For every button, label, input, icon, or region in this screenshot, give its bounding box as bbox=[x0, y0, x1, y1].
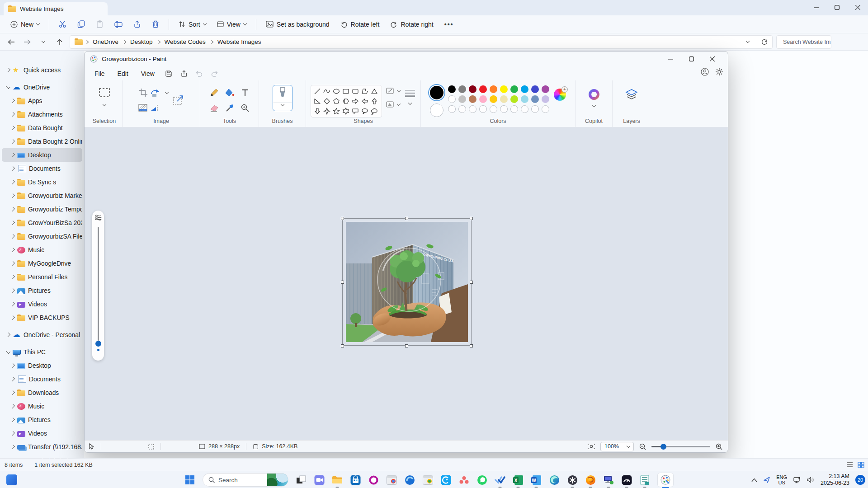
sidebar-item-desktop-onedrive[interactable]: Desktop bbox=[2, 148, 82, 162]
color-swatch[interactable] bbox=[510, 85, 518, 93]
shape-outline-button[interactable] bbox=[386, 87, 400, 95]
color-swatch[interactable] bbox=[469, 95, 476, 103]
notification-badge[interactable]: 20 bbox=[855, 475, 865, 485]
share-button[interactable] bbox=[176, 68, 192, 80]
sort-button[interactable]: Sort bbox=[175, 18, 210, 31]
sidebar-item-growyourbizsa-files[interactable]: GrowyourbizSA Files bbox=[2, 230, 82, 243]
task-view-button[interactable] bbox=[296, 474, 307, 485]
color2-swatch[interactable] bbox=[430, 103, 443, 117]
clockify-icon[interactable] bbox=[440, 474, 451, 485]
shape-arrow-down[interactable] bbox=[312, 106, 322, 116]
rotate-left-button[interactable]: Rotate left bbox=[336, 18, 384, 31]
zoom-slider-knob[interactable] bbox=[660, 444, 666, 450]
tree-chevron-icon[interactable] bbox=[10, 363, 15, 368]
shape-pentagon[interactable] bbox=[331, 96, 341, 106]
empty-color-slot[interactable] bbox=[510, 105, 518, 113]
color-swatch[interactable] bbox=[479, 95, 487, 103]
sidebar-item-apps[interactable]: Apps bbox=[2, 94, 82, 108]
stroke-size-button[interactable] bbox=[404, 85, 416, 104]
see-more-button[interactable]: ••• bbox=[440, 18, 458, 31]
sidebar-item-growyourbizsa-2025[interactable]: GrowYourBizSa 2025 Launc bbox=[2, 216, 82, 230]
excel-icon[interactable]: X bbox=[513, 474, 524, 485]
forward-button[interactable] bbox=[21, 36, 33, 48]
shape-arrow-right[interactable] bbox=[350, 96, 360, 106]
zoom-in-icon[interactable] bbox=[716, 443, 722, 450]
resize-icon[interactable] bbox=[173, 94, 184, 106]
sidebar-item-growyourbiz-marketing[interactable]: Growyourbiz Marketing No bbox=[2, 189, 82, 202]
color-swatch[interactable] bbox=[448, 95, 456, 103]
shape-rounded-rectangle[interactable] bbox=[350, 86, 360, 96]
tree-chevron-icon[interactable] bbox=[10, 390, 15, 395]
empty-color-slot[interactable] bbox=[521, 105, 528, 113]
empty-color-slot[interactable] bbox=[490, 105, 497, 113]
file-explorer-icon[interactable] bbox=[332, 474, 343, 485]
paste-button[interactable] bbox=[92, 18, 108, 31]
location-arrow-icon[interactable] bbox=[763, 476, 770, 483]
taskbar-search[interactable]: Search bbox=[203, 473, 288, 487]
sidebar-item-documents-onedrive[interactable]: Documents bbox=[2, 162, 82, 175]
tree-chevron-icon[interactable] bbox=[6, 84, 10, 89]
tree-chevron-icon[interactable] bbox=[10, 112, 15, 117]
layers-icon[interactable] bbox=[625, 89, 638, 102]
sidebar-item-quick-access[interactable]: Quick access bbox=[2, 63, 82, 77]
brushes-dropdown-chevron[interactable] bbox=[280, 103, 284, 106]
breadcrumb-desktop[interactable]: Desktop bbox=[128, 38, 155, 46]
sidebar-item-data-bought-2[interactable]: Data Bought 2 Online only bbox=[2, 135, 82, 148]
selection-handle-nw[interactable] bbox=[341, 217, 344, 220]
sidebar-item-transfer[interactable]: Transfer (\\192.168.0.50) (A bbox=[2, 440, 82, 454]
tree-chevron-icon[interactable] bbox=[10, 404, 15, 408]
selection-handle-sw[interactable] bbox=[341, 344, 344, 347]
color-swatch[interactable] bbox=[448, 85, 456, 93]
shape-speech-rectangle[interactable] bbox=[350, 106, 360, 116]
network-icon[interactable] bbox=[793, 477, 801, 483]
color-swatch[interactable] bbox=[490, 95, 497, 103]
shape-rectangle[interactable] bbox=[341, 86, 350, 96]
text-tool-icon[interactable] bbox=[241, 88, 249, 97]
zoom-out-icon[interactable] bbox=[639, 443, 646, 450]
tree-chevron-icon[interactable] bbox=[6, 349, 10, 354]
tree-chevron-icon[interactable] bbox=[10, 445, 15, 449]
chat-app-icon[interactable] bbox=[314, 474, 325, 485]
shape-thought-cloud[interactable] bbox=[369, 106, 379, 116]
canvas-image[interactable]: GROWYOURBIZ.CO.ZA bbox=[346, 222, 468, 342]
magnifier-icon[interactable] bbox=[241, 103, 250, 113]
refresh-icon[interactable] bbox=[761, 38, 768, 45]
paint-title-bar[interactable]: Growyourbizicon - Paint bbox=[85, 52, 728, 66]
blue-swirl-app-icon[interactable] bbox=[404, 474, 415, 485]
color-swatch[interactable] bbox=[542, 95, 549, 103]
tree-chevron-icon[interactable] bbox=[10, 288, 15, 293]
size-slider-knob[interactable] bbox=[95, 341, 101, 347]
notepad-icon[interactable] bbox=[639, 474, 650, 485]
tree-chevron-icon[interactable] bbox=[10, 234, 15, 239]
brush-button[interactable] bbox=[273, 85, 292, 111]
shape-line[interactable] bbox=[312, 86, 322, 96]
tree-chevron-icon[interactable] bbox=[10, 248, 15, 252]
sidebar-item-onedrive[interactable]: OneDrive bbox=[2, 80, 82, 94]
shape-fill-button[interactable] bbox=[386, 100, 400, 108]
view-menu[interactable]: View bbox=[135, 68, 161, 80]
chrome-app-2-icon[interactable] bbox=[422, 474, 433, 485]
shape-heart[interactable] bbox=[312, 116, 322, 117]
rotate-icon[interactable] bbox=[150, 88, 164, 97]
shape-diamond[interactable] bbox=[322, 96, 331, 106]
sidebar-item-desktop-pc[interactable]: Desktop bbox=[2, 359, 82, 372]
up-button[interactable] bbox=[53, 36, 66, 48]
edge-icon[interactable] bbox=[549, 474, 560, 485]
sidebar-item-videos-pc[interactable]: Videos bbox=[2, 427, 82, 440]
rotate-dropdown-chevron[interactable] bbox=[165, 90, 168, 94]
selection-handle-e[interactable] bbox=[470, 281, 473, 284]
selection-dropdown-chevron[interactable] bbox=[102, 103, 106, 106]
color1-swatch[interactable] bbox=[430, 86, 443, 99]
tree-chevron-icon[interactable] bbox=[10, 99, 15, 103]
account-icon[interactable] bbox=[701, 68, 709, 76]
tree-chevron-icon[interactable] bbox=[6, 68, 10, 72]
microsoft-store-icon[interactable] bbox=[350, 474, 361, 485]
tree-chevron-icon[interactable] bbox=[10, 166, 15, 171]
sidebar-item-personal-files[interactable]: Personal Files bbox=[2, 270, 82, 284]
crop-icon[interactable] bbox=[139, 88, 148, 97]
color-swatch[interactable] bbox=[458, 95, 466, 103]
details-view-toggle-icon[interactable] bbox=[846, 462, 853, 468]
tree-chevron-icon[interactable] bbox=[10, 377, 15, 381]
empty-color-slot[interactable] bbox=[469, 105, 476, 113]
tree-chevron-icon[interactable] bbox=[10, 275, 15, 279]
